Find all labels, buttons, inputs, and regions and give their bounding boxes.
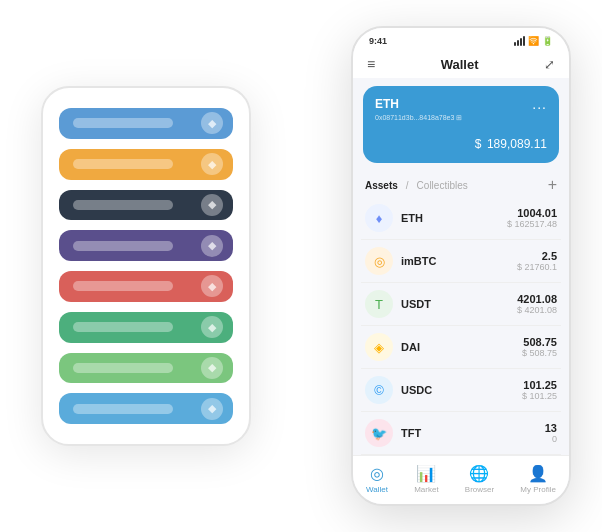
asset-amount: 2.5 [517, 250, 557, 262]
assets-tabs: Assets / Collectibles [365, 180, 468, 191]
asset-left: ♦ ETH [365, 204, 423, 232]
asset-item[interactable]: ◎ imBTC 2.5 $ 21760.1 [361, 240, 561, 283]
myprofile-tab-label: My Profile [520, 485, 556, 494]
asset-right: 13 0 [545, 422, 557, 444]
card-label [73, 118, 173, 128]
tab-browser[interactable]: 🌐 Browser [465, 464, 494, 494]
phone-content: ETH ... 0x08711d3b...8418a78e3 ⊞ $ 189,0… [353, 78, 569, 455]
expand-icon[interactable]: ⤢ [544, 57, 555, 72]
assets-header: Assets / Collectibles + [353, 171, 569, 197]
card-icon: ◆ [201, 194, 223, 216]
card-row[interactable]: ◆ [59, 312, 233, 343]
asset-icon: ◎ [365, 247, 393, 275]
asset-name: imBTC [401, 255, 436, 267]
market-tab-icon: 📊 [416, 464, 436, 483]
back-phone: ◆ ◆ ◆ ◆ ◆ ◆ ◆ ◆ [41, 86, 251, 446]
asset-right: 1004.01 $ 162517.48 [507, 207, 557, 229]
tab-myprofile[interactable]: 👤 My Profile [520, 464, 556, 494]
card-row[interactable]: ◆ [59, 353, 233, 384]
asset-usd: 0 [545, 434, 557, 444]
asset-left: ◈ DAI [365, 333, 420, 361]
tab-collectibles[interactable]: Collectibles [417, 180, 468, 191]
status-bar: 9:41 🛜 🔋 [353, 28, 569, 50]
eth-card[interactable]: ETH ... 0x08711d3b...8418a78e3 ⊞ $ 189,0… [363, 86, 559, 163]
browser-tab-label: Browser [465, 485, 494, 494]
card-label [73, 159, 173, 169]
asset-icon: T [365, 290, 393, 318]
asset-item[interactable]: T USDT 4201.08 $ 4201.08 [361, 283, 561, 326]
asset-icon: © [365, 376, 393, 404]
card-row[interactable]: ◆ [59, 393, 233, 424]
asset-list: ♦ ETH 1004.01 $ 162517.48 ◎ imBTC 2.5 $ … [353, 197, 569, 455]
asset-name: ETH [401, 212, 423, 224]
asset-usd: $ 4201.08 [517, 305, 557, 315]
asset-left: 🐦 TFT [365, 419, 421, 447]
card-label [73, 281, 173, 291]
asset-usd: $ 508.75 [522, 348, 557, 358]
nav-title: Wallet [441, 57, 479, 72]
tab-market[interactable]: 📊 Market [414, 464, 438, 494]
asset-right: 101.25 $ 101.25 [522, 379, 557, 401]
status-time: 9:41 [369, 36, 387, 46]
eth-address: 0x08711d3b...8418a78e3 ⊞ [375, 114, 547, 122]
asset-left: T USDT [365, 290, 431, 318]
card-icon: ◆ [201, 275, 223, 297]
card-icon: ◆ [201, 235, 223, 257]
asset-name: DAI [401, 341, 420, 353]
asset-right: 4201.08 $ 4201.08 [517, 293, 557, 315]
menu-icon[interactable]: ≡ [367, 56, 375, 72]
add-asset-button[interactable]: + [548, 177, 557, 193]
front-phone: 9:41 🛜 🔋 ≡ Wallet ⤢ ET [351, 26, 571, 506]
tab-separator: / [406, 180, 409, 191]
eth-card-title: ETH [375, 97, 399, 111]
card-icon: ◆ [201, 153, 223, 175]
asset-name: USDC [401, 384, 432, 396]
market-tab-label: Market [414, 485, 438, 494]
wallet-tab-label: Wallet [366, 485, 388, 494]
asset-item[interactable]: ♦ ETH 1004.01 $ 162517.48 [361, 197, 561, 240]
eth-balance-value: 189,089.11 [487, 137, 547, 151]
battery-icon: 🔋 [542, 36, 553, 46]
asset-amount: 508.75 [522, 336, 557, 348]
tab-wallet[interactable]: ◎ Wallet [366, 464, 388, 494]
card-row[interactable]: ◆ [59, 271, 233, 302]
card-label [73, 404, 173, 414]
asset-icon: ◈ [365, 333, 393, 361]
asset-item[interactable]: ◈ DAI 508.75 $ 508.75 [361, 326, 561, 369]
signal-icon [514, 36, 525, 46]
asset-name: USDT [401, 298, 431, 310]
bottom-tabs: ◎ Wallet 📊 Market 🌐 Browser 👤 My Profile [353, 455, 569, 504]
card-row[interactable]: ◆ [59, 190, 233, 221]
asset-amount: 13 [545, 422, 557, 434]
wallet-tab-icon: ◎ [370, 464, 384, 483]
eth-card-header: ETH ... [375, 96, 547, 112]
asset-left: ◎ imBTC [365, 247, 436, 275]
card-label [73, 363, 173, 373]
card-icon: ◆ [201, 112, 223, 134]
card-icon: ◆ [201, 398, 223, 420]
status-icons: 🛜 🔋 [514, 36, 553, 46]
asset-left: © USDC [365, 376, 432, 404]
asset-item[interactable]: 🐦 TFT 13 0 [361, 412, 561, 455]
myprofile-tab-icon: 👤 [528, 464, 548, 483]
browser-tab-icon: 🌐 [469, 464, 489, 483]
card-label [73, 322, 173, 332]
card-label [73, 200, 173, 210]
eth-card-menu[interactable]: ... [532, 96, 547, 112]
card-icon: ◆ [201, 357, 223, 379]
nav-bar: ≡ Wallet ⤢ [353, 50, 569, 78]
asset-icon: ♦ [365, 204, 393, 232]
card-label [73, 241, 173, 251]
asset-right: 2.5 $ 21760.1 [517, 250, 557, 272]
card-row[interactable]: ◆ [59, 108, 233, 139]
asset-right: 508.75 $ 508.75 [522, 336, 557, 358]
card-icon: ◆ [201, 316, 223, 338]
card-row[interactable]: ◆ [59, 149, 233, 180]
tab-assets[interactable]: Assets [365, 180, 398, 191]
wifi-icon: 🛜 [528, 36, 539, 46]
asset-item[interactable]: © USDC 101.25 $ 101.25 [361, 369, 561, 412]
card-row[interactable]: ◆ [59, 230, 233, 261]
eth-balance: $ 189,089.11 [375, 130, 547, 153]
scene: ◆ ◆ ◆ ◆ ◆ ◆ ◆ ◆ 9:41 [11, 11, 591, 521]
asset-amount: 1004.01 [507, 207, 557, 219]
